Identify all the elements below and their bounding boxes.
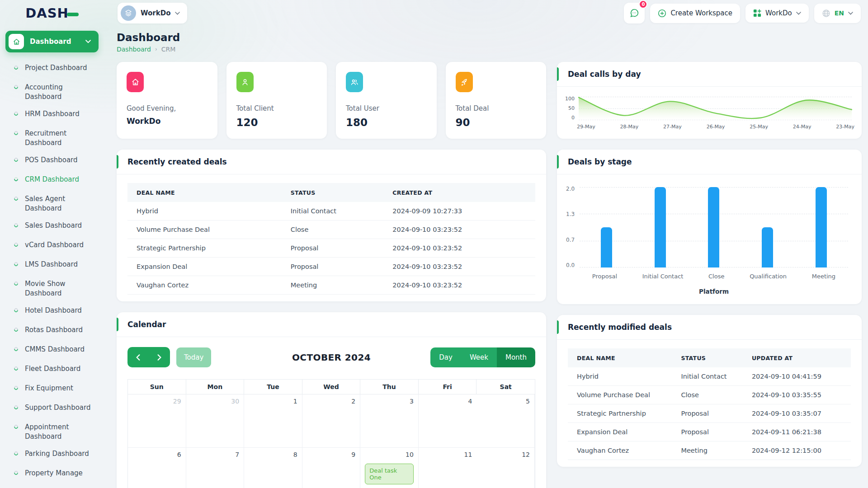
calendar-day-cell[interactable]: 2	[302, 394, 361, 448]
x-tick-label: 28-May	[620, 124, 639, 130]
sidebar-item[interactable]: Movie Show Dashboard	[14, 279, 99, 298]
breadcrumb-dashboard-link[interactable]: Dashboard	[117, 46, 151, 53]
status-cell: Proposal	[291, 263, 393, 270]
deal-calls-chart: 100500	[557, 87, 862, 120]
bullet-icon	[13, 242, 19, 248]
stat-label: Total Deal	[456, 104, 537, 113]
column-header: STATUS	[291, 189, 393, 196]
sidebar-item[interactable]: Rotas Dashboard	[14, 325, 99, 337]
table-row[interactable]: Volume Purchase Deal Close 2024-09-10 03…	[127, 221, 535, 239]
create-workspace-button[interactable]: Create Workspace	[650, 4, 740, 23]
sidebar-item[interactable]: Property Manage	[14, 469, 99, 480]
x-tick-label: 25-May	[750, 124, 768, 130]
deals-by-stage-chart: 2.01.30.70.0 ProposalInitial ContactClos…	[557, 174, 862, 304]
table-row[interactable]: Strategic Partnership Proposal 2024-09-1…	[568, 404, 851, 423]
sidebar-item[interactable]: Appointment Dashboard	[14, 422, 99, 441]
calendar-day-cell[interactable]: 8	[244, 448, 302, 488]
table-row[interactable]: Hybrid Initial Contact 2024-09-10 04:41:…	[568, 367, 851, 386]
x-tick-label: 27-May	[663, 124, 682, 130]
status-cell: Proposal	[681, 428, 752, 436]
calendar-day-cell[interactable]: 3	[360, 394, 419, 448]
table-row[interactable]: Expansion Deal Proposal 2024-09-11 06:21…	[568, 423, 851, 441]
user-icon	[236, 72, 254, 92]
status-cell: Initial Contact	[291, 207, 393, 215]
sidebar-item[interactable]: Sales Agent Dashboard	[14, 194, 99, 213]
calendar-day-cell[interactable]: 4	[419, 394, 477, 448]
calendar-day-cell[interactable]: 12	[476, 448, 535, 488]
deal-name-cell: Strategic Partnership	[568, 410, 681, 417]
stat-cards: Good Evening, WorkDo Total Client 120 To…	[117, 62, 546, 139]
table-row[interactable]: Volume Purchase Deal Close 2024-09-10 03…	[568, 386, 851, 404]
sidebar-item-label: LMS Dashboard	[25, 260, 78, 269]
table-row[interactable]: Expansion Deal Proposal 2024-09-10 03:23…	[127, 258, 535, 276]
sidebar-item[interactable]: HRM Dashboard	[14, 109, 99, 121]
day-header: Fri	[419, 380, 477, 394]
greeting-card: Good Evening, WorkDo	[117, 62, 217, 139]
calendar-day-cell[interactable]: 11	[419, 448, 477, 488]
sidebar-item[interactable]: Hotel Dashboard	[14, 306, 99, 318]
view-week-button[interactable]: Week	[461, 347, 497, 367]
sidebar-item[interactable]: Project Dashboard	[14, 63, 99, 75]
sidebar-item-label: vCard Dashboard	[25, 240, 84, 250]
sidebar-item[interactable]: CMMS Dashboard	[14, 345, 99, 357]
main-content: Dashboard Dashboard › CRM Good Evening, …	[104, 26, 868, 488]
bar	[601, 227, 612, 267]
calendar-day-cell[interactable]: 6	[128, 448, 186, 488]
table-row[interactable]: Vaughan Cortez Meeting 2024-09-12 12:15:…	[568, 441, 851, 460]
calendar-day-cell[interactable]: 29	[128, 394, 186, 448]
table-row[interactable]: Hybrid Initial Contact 2024-09-09 10:27:…	[127, 202, 535, 221]
sidebar-active-label: Dashboard	[30, 38, 71, 46]
table-header: DEAL NAME STATUS UPDATED AT	[568, 348, 851, 367]
calendar-day-cell[interactable]: 10 Deal task One	[360, 448, 419, 488]
language-selector[interactable]: EN	[814, 4, 861, 23]
globe-icon	[822, 9, 830, 18]
calendar-day-cell[interactable]: 7	[186, 448, 245, 488]
sidebar-item-dashboard[interactable]: Dashboard	[5, 31, 99, 52]
calendar-event[interactable]: Deal task One	[365, 464, 414, 484]
category-label: Meeting	[812, 273, 835, 280]
view-day-button[interactable]: Day	[430, 347, 461, 367]
calendar-next-button[interactable]	[149, 347, 170, 367]
calendar-view-switcher: Day Week Month	[430, 347, 535, 367]
table-row[interactable]: Strategic Partnership Proposal 2024-09-1…	[127, 239, 535, 258]
y-tick-label: 2.0	[566, 187, 575, 191]
day-number: 1	[293, 398, 297, 405]
app-logo[interactable]: DASH	[25, 5, 79, 21]
messages-button[interactable]: 0	[624, 3, 645, 23]
sidebar-item[interactable]: POS Dashboard	[14, 155, 99, 167]
account-menu[interactable]: WorkDo	[745, 4, 809, 23]
day-header: Mon	[186, 380, 245, 394]
workspace-switcher[interactable]: WorkDo	[118, 3, 187, 23]
card-title: Deals by stage	[568, 157, 632, 166]
sidebar-item[interactable]: Support Dashboard	[14, 403, 99, 415]
x-tick-label: 26-May	[707, 124, 725, 130]
created-at-cell: 2024-09-10 03:23:52	[392, 244, 535, 252]
bullet-icon	[13, 404, 19, 410]
stat-value: 120	[236, 117, 317, 128]
recently-modified-deals-card: Recently modified deals DEAL NAME STATUS…	[557, 315, 862, 467]
day-number: 30	[231, 398, 239, 405]
day-number: 7	[235, 451, 239, 458]
plus-circle-icon	[658, 9, 666, 18]
sidebar-item[interactable]: Sales Dashboard	[14, 221, 99, 233]
view-month-button[interactable]: Month	[497, 347, 535, 367]
sidebar-item[interactable]: vCard Dashboard	[14, 240, 99, 252]
sidebar-item[interactable]: Fix Equipment	[14, 384, 99, 395]
table-row[interactable]: Vaughan Cortez Meeting 2024-09-10 03:23:…	[127, 276, 535, 295]
card-title: Deal calls by day	[568, 70, 641, 79]
today-button[interactable]: Today	[176, 347, 211, 367]
sidebar-item-label: Fix Equipment	[25, 384, 73, 393]
breadcrumb-current: CRM	[161, 46, 176, 53]
sidebar-item[interactable]: CRM Dashboard	[14, 175, 99, 187]
sidebar-item[interactable]: LMS Dashboard	[14, 260, 99, 272]
calendar-day-cell[interactable]: 30	[186, 394, 245, 448]
sidebar-item[interactable]: Accounting Dashboard	[14, 83, 99, 102]
calendar-day-cell[interactable]: 9	[302, 448, 361, 488]
calendar-prev-button[interactable]	[127, 347, 149, 367]
sidebar-item[interactable]: Fleet Dashboard	[14, 364, 99, 376]
bar	[816, 187, 827, 267]
sidebar-item[interactable]: Recruitment Dashboard	[14, 129, 99, 148]
calendar-day-cell[interactable]: 5	[476, 394, 535, 448]
calendar-day-cell[interactable]: 1	[244, 394, 302, 448]
sidebar-item[interactable]: Parking Dashboard	[14, 449, 99, 461]
